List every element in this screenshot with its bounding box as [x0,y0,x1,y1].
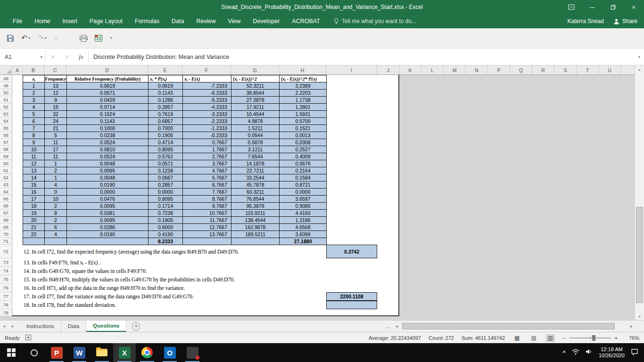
cell-E56[interactable]: 0.1905 [149,132,183,139]
scroll-right-icon[interactable]: ► [628,324,635,329]
cell-H71[interactable]: 27.1880 [280,238,327,245]
column-header-C[interactable]: C [44,66,66,74]
cell-D55[interactable]: 0.1000 [67,125,149,132]
cell-B66[interactable]: 18 [23,203,45,210]
normal-view-icon[interactable]: ▦ [512,334,521,342]
cell-B50[interactable]: 2 [23,90,45,97]
cell-D61[interactable]: 0.0095 [67,167,149,174]
customize-qat-icon[interactable]: ▾ [109,36,112,40]
cell-E48[interactable]: xᵢ * P(xᵢ) [149,75,183,82]
close-icon[interactable]: × [623,0,644,14]
cell-D62[interactable]: 0.0048 [67,174,149,181]
cell-C61[interactable]: 2 [45,167,67,174]
row-header-51[interactable]: 51 [0,96,12,103]
cell-D54[interactable]: 0.1143 [67,118,149,125]
cell-E62[interactable]: 0.0667 [149,174,183,181]
cell-H52[interactable]: 1.2801 [280,104,327,111]
cell-F52[interactable]: -4.2333 [183,104,231,111]
restore-icon[interactable] [603,0,623,14]
row-header-71[interactable]: 71 [0,238,12,245]
cell-D57[interactable]: 0.0524 [67,139,149,146]
cell-E54[interactable]: 0.6857 [149,118,183,125]
name-box-dropdown-icon[interactable]: ▾ [40,55,42,59]
cell-H65[interactable]: 3.6597 [280,196,327,203]
column-header-N[interactable]: N [466,66,488,74]
cell-G63[interactable]: 45.7878 [231,181,280,189]
cell-F54[interactable]: -2.2333 [183,118,231,125]
column-header-L[interactable]: L [421,66,444,74]
worksheet[interactable]: 4849505152535455565758596061626364656667… [0,75,635,320]
row-header-78[interactable]: 78 [0,301,12,309]
scroll-down-icon[interactable]: ▼ [635,313,644,320]
ribbon-tab-view[interactable]: View [222,14,247,28]
cell-F64[interactable]: 7.7667 [183,189,231,196]
horizontal-scroll-track[interactable] [400,321,628,332]
cell-C49[interactable]: 13 [45,82,67,90]
cell-H68[interactable]: 1.3186 [280,217,327,224]
formula-input[interactable]: Discrete Probability Distribution: Mean … [89,49,635,65]
row-header-74[interactable]: 74 [0,267,12,275]
ribbon-tab-acrobat[interactable]: ACROBAT [286,14,326,28]
row-header-79[interactable]: 79 [0,309,12,316]
row-header-77[interactable]: 77 [0,292,12,301]
column-header-F[interactable]: F [182,66,231,74]
cell-B63[interactable]: 15 [23,181,45,189]
cell-D68[interactable]: 0.0095 [67,217,149,224]
cell-B65[interactable]: 17 [23,196,45,203]
column-header-M[interactable]: M [444,66,466,74]
ribbon-tab-home[interactable]: Home [28,14,56,28]
cell-D56[interactable]: 0.0238 [67,132,149,139]
redo-dropdown-icon[interactable]: ▾ [45,36,47,40]
cell-C54[interactable]: 24 [45,118,67,125]
cell-F53[interactable]: -3.2333 [183,111,231,118]
column-header-H[interactable]: H [279,66,326,74]
ribbon-tab-page-layout[interactable]: Page Layout [83,14,129,28]
column-header-G[interactable]: G [231,66,279,74]
cell-B55[interactable]: 7 [23,125,45,132]
row-header-48[interactable]: 48 [0,75,12,82]
vertical-scroll-track[interactable] [635,73,644,313]
row-header-75[interactable]: 75 [0,275,12,284]
column-header-I[interactable]: I [326,66,377,74]
cell-D49[interactable]: 0.0619 [67,82,149,90]
ribbon-tab-formulas[interactable]: Formulas [129,14,165,28]
user-name[interactable]: Katerra Snead [568,18,604,25]
cell-E53[interactable]: 0.7619 [149,111,183,118]
ribbon-tab-developer[interactable]: Developer [247,14,286,28]
formula-enter-icon[interactable]: ✓ [60,49,74,65]
row-header-69[interactable]: 69 [0,223,12,230]
cell-F68[interactable]: 11.7667 [183,217,231,224]
row-header-73[interactable]: 73 [0,258,12,267]
cell-B68[interactable]: 20 [23,217,45,224]
vertical-scroll-thumb[interactable] [636,207,643,303]
print-preview-icon[interactable] [95,35,102,41]
cell-E59[interactable]: 0.5762 [149,153,183,160]
cell-G54[interactable]: 4.9878 [231,118,280,125]
cell-F62[interactable]: 5.7667 [183,174,231,181]
row-header-52[interactable]: 52 [0,103,12,110]
column-header-J[interactable]: J [377,66,399,74]
page-layout-view-icon[interactable]: ▤ [529,334,538,342]
cell-I72[interactable]: 0.3742 [326,245,377,258]
cell-H69[interactable]: 4.6568 [280,224,327,231]
cell-H60[interactable]: 0.0676 [280,160,327,167]
more-icon[interactable]: … [385,321,394,332]
row-header-67[interactable]: 67 [0,209,12,216]
cell-D64[interactable]: 0.0000 [67,189,149,196]
start-button[interactable] [0,343,23,362]
page-break-view-icon[interactable]: ▥ [546,334,555,342]
ribbon-tab-data[interactable]: Data [165,14,190,28]
cell-C64[interactable]: 0 [45,189,67,196]
cell-G57[interactable]: 0.5878 [231,139,280,146]
cell-H70[interactable]: 3.6099 [280,231,327,238]
cell-G60[interactable]: 14.1878 [231,160,280,167]
sheet-tab-instructions[interactable]: Instructions [20,321,61,332]
cell-B71[interactable] [23,238,45,245]
cell-G50[interactable]: 38.8544 [231,90,280,97]
excel-icon[interactable]: X [113,343,136,362]
row-header-53[interactable]: 53 [0,110,12,117]
cell-B70[interactable]: 22 [23,231,45,238]
row-header-62[interactable]: 62 [0,174,12,181]
formula-bar-expand-icon[interactable]: ▾ [635,49,644,65]
cell-E61[interactable]: 0.1238 [149,167,183,174]
